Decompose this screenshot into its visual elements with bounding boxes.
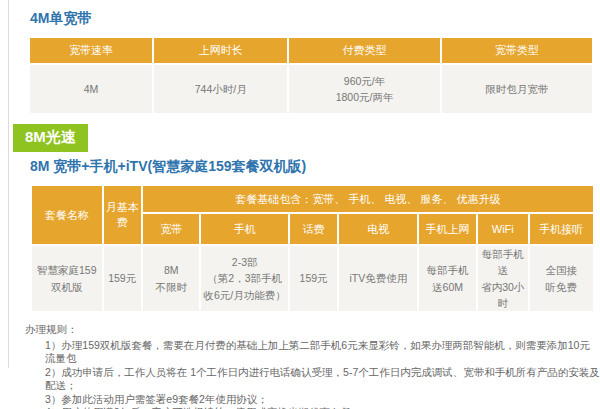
- table-4m-data-row: 4M 744小时/月 960元/年 1800元/两年 限时包月宽带: [29, 64, 593, 114]
- mobile-line2: （第2，3部手机: [201, 270, 287, 286]
- cell-broadband-type: 限时包月宽带: [441, 64, 593, 114]
- rules-section: 办理规则： 1）办理159双机版套餐，需要在月付费的基础上加上第二部手机6元来显…: [25, 323, 600, 409]
- package-name-line2: 双机版: [32, 279, 102, 295]
- section-title-8m: 8M 宽带+手机+iTV(智慧家庭159套餐双机版): [30, 158, 600, 176]
- wifi-line2: 省内30小时: [478, 279, 528, 312]
- col-header-mobile-data: 手机上网: [418, 213, 477, 245]
- col-header-duration: 上网时长: [153, 37, 288, 64]
- cell-mobile-data: 每部手机 送60M: [418, 245, 477, 312]
- wifi-line1: 每部手机送: [478, 246, 528, 279]
- col-header-type: 宽带类型: [441, 37, 593, 64]
- group-header-package-includes: 套餐基础包含：宽带、 手机、 电视、 服务、 优惠升级: [142, 185, 594, 213]
- page-content: 4M单宽带 宽带速率 上网时长 付费类型 宽带类型 4M 744小时/月 960…: [0, 0, 600, 409]
- table-8m-group-header-row: 套餐名称 月基本费 套餐基础包含：宽带、 手机、 电视、 服务、 优惠升级: [31, 185, 594, 213]
- cell-call-fee: 159元: [289, 245, 339, 312]
- col-header-monthly-fee: 月基本费: [103, 185, 142, 245]
- col-header-payment: 付费类型: [288, 37, 440, 64]
- payment-yearly: 960元/年: [289, 73, 439, 89]
- badge-8m: 8M光速: [13, 124, 88, 152]
- package-name-line1: 智慧家庭159: [32, 262, 102, 278]
- cell-mobile: 2-3部 （第2，3部手机 收6元/月功能费）: [200, 245, 288, 312]
- answering-line2: 听免费: [530, 279, 593, 295]
- cell-package-name: 智慧家庭159 双机版: [31, 245, 103, 312]
- cell-speed: 4M: [29, 64, 153, 114]
- rule-item-2: 2）成功申请后，工作人员将在 1个工作日内进行电话确认受理，5-7个工作日内完成…: [45, 366, 600, 393]
- cell-payment: 960元/年 1800元/两年: [288, 64, 440, 114]
- pricing-page: 4M单宽带 宽带速率 上网时长 付费类型 宽带类型 4M 744小时/月 960…: [0, 0, 600, 409]
- table-8m-data-row: 智慧家庭159 双机版 159元 8M 不限时 2-3部 （第2，3部手机 收6…: [31, 245, 594, 312]
- table-4m-broadband: 宽带速率 上网时长 付费类型 宽带类型 4M 744小时/月 960元/年 18…: [28, 36, 594, 115]
- col-header-mobile: 手机: [200, 213, 288, 245]
- col-header-answering: 手机接听: [529, 213, 594, 245]
- cell-answering: 全国接 听免费: [529, 245, 594, 312]
- answering-line1: 全国接: [530, 262, 593, 278]
- rule-item-1: 1）办理159双机版套餐，需要在月付费的基础上加上第二部手机6元来显彩铃，如果办…: [45, 339, 600, 366]
- col-header-tv: 电视: [338, 213, 418, 245]
- col-header-call-fee: 话费: [289, 213, 339, 245]
- broadband-unlimited: 不限时: [143, 279, 200, 295]
- mobile-line1: 2-3部: [201, 254, 287, 270]
- rule-item-3: 3）参加此活动用户需签署e9套餐2年使用协议；: [45, 393, 600, 407]
- col-header-speed: 宽带速率: [29, 37, 153, 64]
- cell-broadband: 8M 不限时: [142, 245, 201, 312]
- payment-biyearly: 1800元/两年: [289, 89, 439, 105]
- rules-title: 办理规则：: [25, 323, 600, 337]
- mobile-data-line2: 送60M: [419, 279, 476, 295]
- col-header-broadband: 宽带: [142, 213, 201, 245]
- table-8m-package: 套餐名称 月基本费 套餐基础包含：宽带、 手机、 电视、 服务、 优惠升级 宽带…: [30, 184, 595, 313]
- table-4m-header-row: 宽带速率 上网时长 付费类型 宽带类型: [29, 37, 593, 64]
- cell-duration: 744小时/月: [153, 64, 288, 114]
- broadband-speed: 8M: [143, 262, 200, 278]
- section-title-4m: 4M单宽带: [30, 10, 600, 28]
- col-header-package-name: 套餐名称: [31, 185, 103, 245]
- cell-tv: iTV免费使用: [338, 245, 418, 312]
- mobile-line3: 收6元/月功能费）: [201, 287, 287, 303]
- mobile-data-line1: 每部手机: [419, 262, 476, 278]
- col-header-wifi: WiFi: [477, 213, 529, 245]
- cell-monthly-fee: 159元: [103, 245, 142, 312]
- cell-wifi: 每部手机送 省内30小时: [477, 245, 529, 312]
